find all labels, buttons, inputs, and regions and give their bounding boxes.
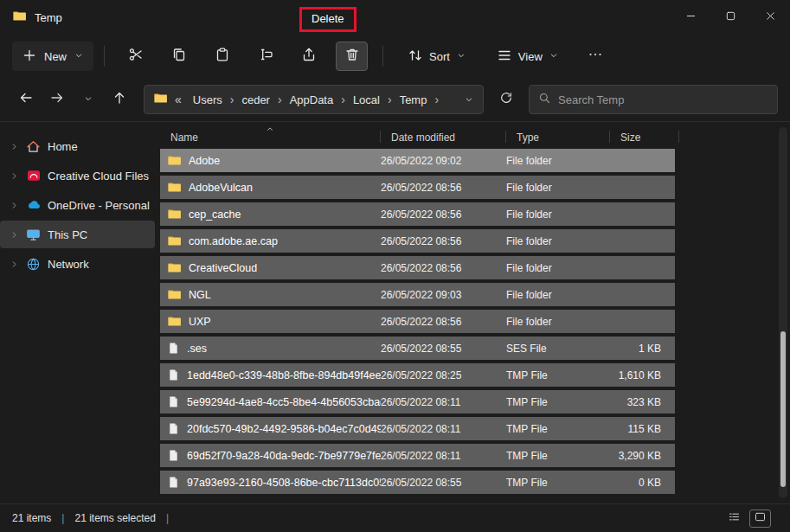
chevron-right-icon[interactable]	[9, 260, 19, 269]
breadcrumb-separator-icon[interactable]: ›	[339, 93, 347, 106]
search-input[interactable]	[558, 93, 768, 106]
file-row[interactable]: cep_cache26/05/2022 08:56File folder	[160, 202, 675, 226]
content-area: HomeCreative Cloud FilesOneDrive - Perso…	[0, 121, 790, 503]
onedrive-icon	[25, 197, 42, 213]
file-type: TMP File	[506, 477, 610, 489]
chevron-down-icon	[74, 50, 84, 63]
breadcrumb-item[interactable]: AppData	[286, 92, 338, 108]
sort-icon	[408, 48, 423, 66]
sidebar-item-home[interactable]: Home	[0, 132, 155, 160]
close-button[interactable]	[750, 0, 790, 35]
chevron-right-icon[interactable]	[9, 171, 19, 181]
up-icon	[112, 90, 127, 109]
breadcrumb-separator-icon[interactable]: ›	[276, 93, 284, 106]
chevron-right-icon[interactable]	[9, 142, 19, 151]
file-name: 20fdc570-49b2-4492-9586-b04ec7c0d492...	[187, 423, 381, 435]
file-row[interactable]: Adobe26/05/2022 09:02File folder	[160, 149, 675, 172]
file-row[interactable]: 5e99294d-4ae8-4cc5-8be4-4b56053cbad2...2…	[160, 390, 675, 413]
file-row[interactable]: NGL26/05/2022 09:03File folder	[160, 283, 675, 306]
minimize-icon	[684, 10, 697, 26]
statusbar-divider: |	[61, 512, 64, 524]
column-header-size[interactable]: Size	[610, 124, 679, 148]
view-button[interactable]: View	[488, 42, 568, 71]
address-bar[interactable]: « Users›ceder›AppData›Local›Temp›	[144, 85, 484, 114]
refresh-button[interactable]	[492, 86, 520, 113]
file-type: File folder	[506, 289, 610, 301]
scrollbar[interactable]	[779, 127, 787, 498]
chevron-down-icon	[456, 50, 466, 63]
view-button-label: View	[518, 50, 543, 63]
breadcrumb-separator-icon[interactable]: ›	[228, 93, 236, 106]
file-date-modified: 26/05/2022 09:02	[381, 155, 506, 167]
sidebar-item-network[interactable]: Network	[0, 250, 155, 278]
file-row[interactable]: UXP26/05/2022 08:56File folder	[160, 310, 675, 333]
folder-icon	[167, 260, 182, 275]
file-row[interactable]: CreativeCloud26/05/2022 08:56File folder	[160, 256, 675, 279]
copy-button[interactable]	[163, 42, 195, 71]
file-date-modified: 26/05/2022 08:11	[381, 396, 506, 408]
file-size: 1 KB	[610, 343, 668, 355]
file-row[interactable]: 97a93e93-2160-4508-86be-cbc7113dc059...2…	[160, 471, 675, 494]
folder-icon	[167, 287, 182, 302]
breadcrumb-separator-icon[interactable]: ›	[433, 93, 440, 106]
file-icon	[167, 476, 180, 489]
up-button[interactable]	[106, 86, 133, 113]
forward-button[interactable]	[43, 86, 71, 113]
column-header-date-modified[interactable]: Date modified	[381, 124, 506, 148]
recent-locations-button[interactable]	[74, 86, 102, 113]
cut-button[interactable]	[119, 42, 151, 71]
file-type: TMP File	[506, 396, 610, 408]
sidebar-item-this-pc[interactable]: This PC	[0, 221, 155, 248]
file-icon	[167, 369, 180, 381]
sort-button[interactable]: Sort	[399, 42, 475, 71]
chevron-right-icon[interactable]	[9, 230, 19, 240]
paste-button[interactable]	[206, 42, 238, 71]
file-type: File folder	[506, 155, 610, 167]
file-row[interactable]: 69d52f70-9a28-40da-9edc-7be9779e7fe4...2…	[160, 444, 675, 467]
rename-button[interactable]	[249, 42, 281, 71]
items-count: 21 items	[12, 512, 51, 524]
sidebar: HomeCreative Cloud FilesOneDrive - Perso…	[0, 122, 160, 503]
delete-button[interactable]	[336, 42, 368, 71]
more-options-button[interactable]	[580, 42, 612, 71]
back-icon	[18, 90, 34, 109]
file-type: File folder	[506, 235, 610, 247]
maximize-button[interactable]	[710, 0, 750, 35]
status-bar: 21 items | 21 items selected |	[0, 503, 790, 532]
command-bar: New Sort View	[0, 35, 790, 78]
file-date-modified: 26/05/2022 08:25	[381, 369, 506, 381]
sidebar-item-creative-cloud-files[interactable]: Creative Cloud Files	[0, 162, 155, 189]
file-row[interactable]: AdobeVulcan26/05/2022 08:56File folder	[160, 176, 675, 199]
back-button[interactable]	[12, 86, 40, 113]
file-row[interactable]: .ses26/05/2022 08:55SES File1 KB	[160, 337, 675, 360]
file-icon	[167, 449, 180, 462]
file-row[interactable]: 1edd48e0-c339-48b8-8fbe-894db49f4ee6...2…	[160, 363, 675, 387]
home-icon	[25, 139, 42, 154]
column-header-type[interactable]: Type	[506, 124, 610, 148]
breadcrumb-item[interactable]: ceder	[237, 92, 274, 108]
address-dropdown-chevron-icon[interactable]	[464, 94, 474, 105]
minimize-button[interactable]	[671, 0, 710, 35]
share-button[interactable]	[292, 42, 324, 71]
scrollbar-thumb[interactable]	[780, 331, 786, 487]
details-view-button[interactable]	[723, 510, 745, 528]
file-type: File folder	[506, 262, 610, 274]
breadcrumb-item[interactable]: Local	[349, 92, 384, 108]
thumbnail-view-button[interactable]	[749, 510, 771, 528]
file-row[interactable]: com.adobe.ae.cap26/05/2022 08:56File fol…	[160, 229, 675, 253]
chevron-right-icon[interactable]	[9, 201, 19, 210]
search-icon	[538, 92, 551, 108]
breadcrumb-overflow[interactable]: «	[175, 93, 182, 106]
file-name: 97a93e93-2160-4508-86be-cbc7113dc059...	[187, 477, 381, 489]
file-row[interactable]: 20fdc570-49b2-4492-9586-b04ec7c0d492...2…	[160, 417, 675, 440]
sidebar-item-onedrive-personal[interactable]: OneDrive - Personal	[0, 191, 155, 219]
window-controls	[671, 0, 790, 35]
breadcrumb-item[interactable]: Users	[189, 92, 227, 108]
column-header-name[interactable]: Name	[160, 124, 381, 148]
breadcrumb-separator-icon[interactable]: ›	[386, 93, 394, 106]
new-button[interactable]: New	[12, 42, 93, 71]
breadcrumb-item[interactable]: Temp	[395, 92, 432, 108]
folder-icon	[153, 91, 168, 109]
file-size: 3,290 KB	[610, 450, 668, 462]
folder-icon	[167, 234, 182, 248]
